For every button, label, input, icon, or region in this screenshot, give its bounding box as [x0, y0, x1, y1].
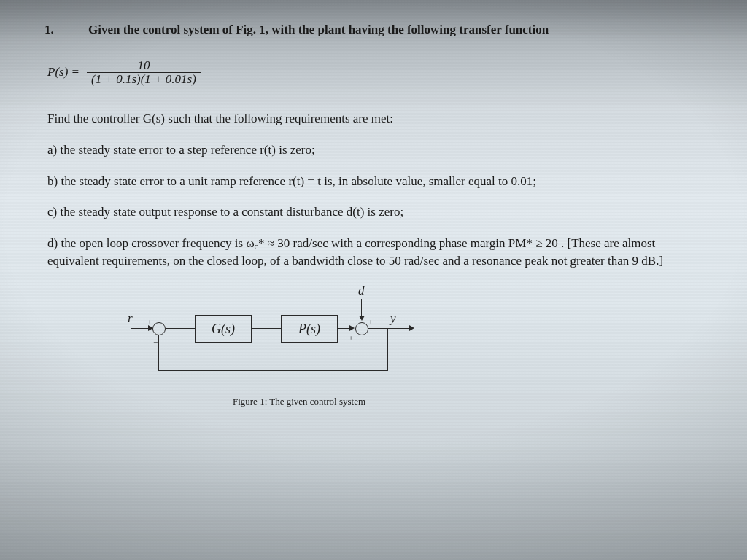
block-diagram: d r + − G(s) P(s): [128, 284, 471, 394]
label-r: r: [128, 311, 133, 327]
wire-y: [368, 328, 411, 329]
requirement-a: a) the steady state error to a step refe…: [47, 142, 707, 159]
sum2-plus-left: +: [349, 332, 353, 343]
wire-sum1-g: [166, 328, 195, 329]
formula-denominator: (1 + 0.1s)(1 + 0.01s): [87, 72, 201, 86]
figure-1: d r + − G(s) P(s): [128, 284, 471, 408]
formula-lhs: P(s) =: [47, 64, 80, 81]
summing-junction-2: [355, 322, 368, 335]
wire-r: [131, 328, 150, 329]
label-y: y: [390, 311, 396, 327]
formula-numerator: 10: [133, 59, 154, 72]
sum1-plus: +: [147, 316, 152, 327]
wire-d: [361, 299, 362, 317]
requirement-d: d) the open loop crossover frequency is …: [47, 236, 707, 270]
requirement-c: c) the steady state output response to a…: [47, 204, 707, 221]
label-d: d: [358, 283, 365, 300]
block-controller-label: G(s): [212, 320, 235, 338]
arrow-y: [409, 325, 414, 331]
question-intro-text: Given the control system of Fig. 1, with…: [88, 23, 549, 36]
arrow-p-sum2: [349, 325, 355, 331]
requirement-b: b) the steady state error to a unit ramp…: [47, 174, 707, 190]
requirements-lead: Find the controller G(s) such that the f…: [47, 111, 707, 128]
transfer-function: P(s) = 10 (1 + 0.1s)(1 + 0.01s): [47, 59, 707, 86]
sum2-plus-top: +: [368, 316, 373, 327]
block-plant-label: P(s): [298, 320, 320, 338]
question-number: 1.: [66, 22, 88, 39]
question-intro: 1.Given the control system of Fig. 1, wi…: [47, 22, 707, 39]
block-plant: P(s): [281, 315, 338, 343]
formula-fraction: 10 (1 + 0.1s)(1 + 0.01s): [87, 59, 201, 86]
wire-fb-bottom: [158, 370, 388, 371]
arrow-d-down: [359, 316, 365, 321]
summing-junction-1: [152, 322, 166, 335]
problem-page: 1.Given the control system of Fig. 1, wi…: [0, 0, 747, 560]
sum1-minus: −: [153, 337, 158, 348]
figure-caption: Figure 1: The given control system: [128, 395, 471, 408]
wire-fb-up: [158, 335, 159, 371]
wire-g-p: [252, 328, 281, 329]
wire-fb-down: [387, 328, 388, 370]
block-controller: G(s): [195, 315, 252, 343]
